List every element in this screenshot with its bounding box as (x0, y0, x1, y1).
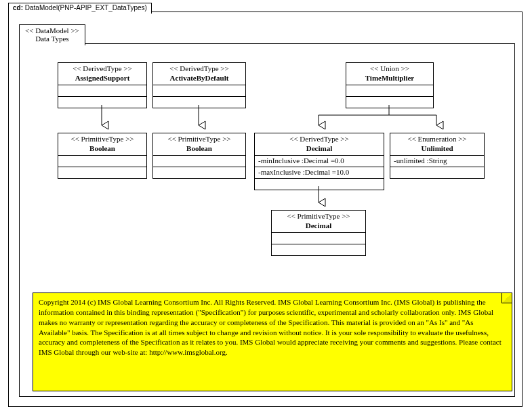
empty-row (153, 97, 245, 108)
title-name: DataModel(PNP-APIP_EXT_DataTypes) (25, 4, 147, 12)
class-time-multiplier: << Union >> TimeMultiplier (346, 62, 434, 108)
class-name: Boolean (61, 144, 144, 154)
class-name: Boolean (156, 144, 243, 154)
empty-row (272, 244, 365, 255)
attr-min: -minInclusive :Decimal =0.0 (255, 156, 384, 167)
class-decimal-derived: << DerivedType >> Decimal -minInclusive … (254, 133, 384, 190)
class-assigned-support: << DerivedType >> AssignedSupport (58, 62, 147, 108)
note-dogear-icon (502, 293, 512, 303)
stereotype: << PrimitiveType >> (61, 135, 144, 144)
stereotype: << Union >> (349, 64, 430, 74)
stereotype: << PrimitiveType >> (274, 212, 363, 221)
class-name: AssignedSupport (61, 74, 144, 83)
attr-unlimited: -unlimited :String (390, 156, 484, 167)
stereotype: << DerivedType >> (258, 135, 381, 144)
class-unlimited: << Enumeration >> Unlimited -unlimited :… (390, 133, 485, 179)
empty-row (346, 85, 433, 97)
class-name: Decimal (274, 221, 363, 231)
class-decimal-primitive: << PrimitiveType >> Decimal (271, 210, 366, 256)
class-name: Decimal (258, 144, 381, 154)
class-name: ActivateByDefault (156, 74, 243, 83)
attr-max: -maxInclusive :Decimal =10.0 (255, 167, 384, 179)
stereotype: << PrimitiveType >> (156, 135, 243, 144)
empty-row (272, 233, 365, 244)
diagram-canvas: cd: DataModel(PNP-APIP_EXT_DataTypes) <<… (0, 0, 532, 411)
empty-row (153, 156, 245, 167)
copyright-note: Copyright 2014 (c) IMS Global Learning C… (33, 293, 512, 391)
stereotype: << DerivedType >> (61, 64, 144, 74)
stereotype: << DerivedType >> (156, 64, 243, 74)
empty-row (153, 85, 245, 97)
class-name: TimeMultiplier (349, 74, 430, 83)
diagram-title-tab: cd: DataModel(PNP-APIP_EXT_DataTypes) (8, 3, 152, 14)
empty-row (346, 97, 433, 108)
empty-row (255, 179, 384, 190)
stereotype: << Enumeration >> (393, 135, 481, 144)
class-boolean-b: << PrimitiveType >> Boolean (152, 133, 246, 179)
empty-row (58, 85, 146, 97)
package-tab: << DataModel >> Data Types (19, 24, 85, 45)
copyright-text: Copyright 2014 (c) IMS Global Learning C… (39, 298, 502, 356)
empty-row (58, 156, 146, 167)
empty-row (153, 167, 245, 178)
empty-row (58, 167, 146, 178)
class-activate-by-default: << DerivedType >> ActivateByDefault (152, 62, 246, 108)
class-boolean-a: << PrimitiveType >> Boolean (58, 133, 147, 179)
package-name: Data Types (25, 35, 79, 43)
title-prefix: cd: (13, 4, 23, 12)
package-stereotype: << DataModel >> (25, 26, 79, 35)
empty-row (58, 97, 146, 108)
empty-row (390, 167, 484, 178)
class-name: Unlimited (393, 144, 481, 154)
